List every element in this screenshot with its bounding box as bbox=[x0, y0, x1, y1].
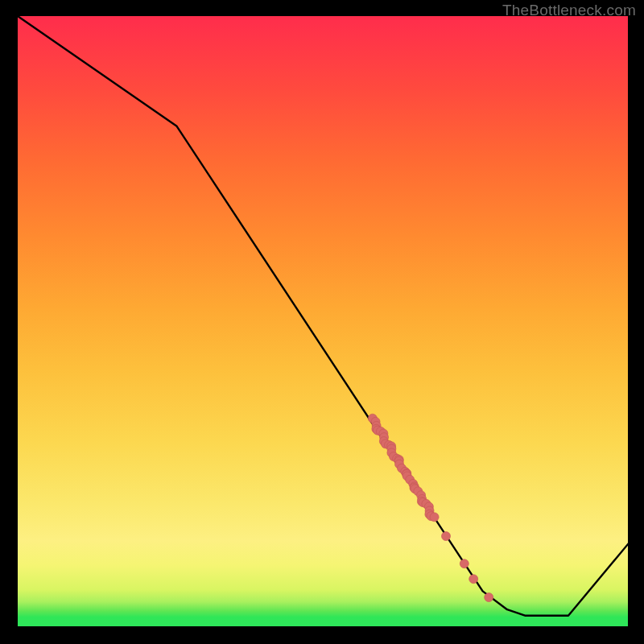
plot-area bbox=[16, 16, 628, 628]
chart-svg bbox=[18, 16, 628, 628]
bottleneck-curve bbox=[18, 16, 628, 616]
marker-cluster bbox=[368, 414, 493, 601]
data-marker bbox=[430, 513, 439, 522]
data-marker bbox=[460, 559, 469, 568]
data-marker bbox=[442, 532, 451, 541]
watermark-text: TheBottleneck.com bbox=[502, 2, 636, 19]
data-marker bbox=[485, 593, 493, 602]
data-marker bbox=[469, 575, 478, 584]
chart-container: TheBottleneck.com bbox=[0, 0, 644, 644]
